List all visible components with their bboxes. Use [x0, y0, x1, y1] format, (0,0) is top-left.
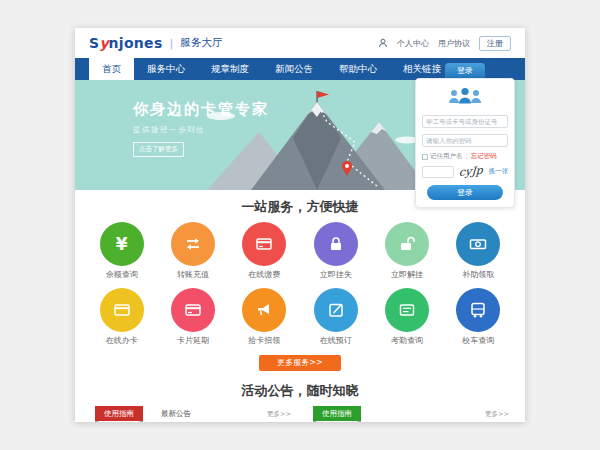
- announcements-section: 活动公告，随时知晓 使用指南 最新公告 更多>> 使用指南 更多>>: [75, 382, 525, 422]
- site-page: S y njones | 服务大厅 个人中心 用户协议 注册 首页 服务中心 规…: [75, 28, 525, 422]
- service-circle[interactable]: [314, 222, 358, 266]
- yen-icon: ¥: [116, 234, 128, 254]
- service-circle[interactable]: [456, 288, 500, 332]
- hero-title: 你身边的卡管专家: [133, 100, 269, 119]
- hero-text: 你身边的卡管专家 提供捷径一步到位 点击了解更多: [133, 100, 269, 157]
- latest-news-tab[interactable]: 最新公告: [161, 409, 191, 419]
- service-item-online-payment[interactable]: 在线缴费: [229, 222, 300, 280]
- service-circle[interactable]: [385, 222, 429, 266]
- header-right: 个人中心 用户协议 注册: [378, 36, 511, 51]
- service-label: 余额查询: [86, 269, 157, 280]
- service-circle[interactable]: [456, 222, 500, 266]
- attendance-icon: [397, 300, 417, 320]
- nav-item-news[interactable]: 新闻公告: [262, 58, 326, 80]
- personal-center-link[interactable]: 个人中心: [397, 38, 429, 49]
- nav-item-help-center[interactable]: 帮助中心: [326, 58, 390, 80]
- service-circle[interactable]: [242, 288, 286, 332]
- service-label: 拾卡招领: [229, 335, 300, 346]
- unlock-icon: [397, 234, 417, 254]
- guide-panel-right: 使用指南 更多>>: [307, 406, 511, 422]
- logo[interactable]: S y njones: [89, 35, 163, 51]
- service-circle[interactable]: ¥: [100, 222, 144, 266]
- username-input[interactable]: [422, 115, 508, 128]
- logo-text: S: [89, 35, 99, 51]
- register-button[interactable]: 注册: [479, 36, 511, 51]
- users-icon: [443, 86, 487, 106]
- edit-icon: [326, 300, 346, 320]
- hero-banner: 你身边的卡管专家 提供捷径一步到位 点击了解更多 登录: [75, 80, 525, 190]
- login-tab[interactable]: 登录: [445, 63, 485, 78]
- user-agreement-link[interactable]: 用户协议: [438, 38, 470, 49]
- card-icon: [183, 300, 203, 320]
- login-panel: 登录 记住用户名 | 忘记密码: [415, 63, 515, 208]
- services-section: 一站服务，方便快捷 ¥ 余额查询 转账充值: [75, 190, 525, 371]
- guide-tab-ribbon-green[interactable]: 使用指南: [313, 406, 361, 421]
- service-item-apply-card[interactable]: 在线办卡: [86, 288, 157, 346]
- login-form: 记住用户名 | 忘记密码 cyJp 换一张 登录: [415, 78, 515, 208]
- service-item-found-cards[interactable]: 拾卡招领: [229, 288, 300, 346]
- service-circle[interactable]: [385, 288, 429, 332]
- service-circle[interactable]: [242, 222, 286, 266]
- captcha-refresh-link[interactable]: 换一张: [489, 167, 509, 176]
- service-item-online-booking[interactable]: 在线预订: [300, 288, 371, 346]
- captcha-input[interactable]: [422, 166, 454, 178]
- service-item-report-loss[interactable]: 立即挂失: [300, 222, 371, 280]
- service-item-balance[interactable]: ¥ 余额查询: [86, 222, 157, 280]
- remember-checkbox[interactable]: [422, 154, 428, 160]
- service-label: 在线缴费: [229, 269, 300, 280]
- service-item-card-extension[interactable]: 卡片延期: [157, 288, 228, 346]
- login-submit-button[interactable]: 登录: [427, 185, 503, 200]
- banknote-icon: [468, 234, 488, 254]
- guide-more-link[interactable]: 更多>>: [267, 410, 291, 419]
- announcements-title: 活动公告，随时知晓: [75, 382, 525, 398]
- nav-item-service-center[interactable]: 服务中心: [134, 58, 198, 80]
- guide-panel: 使用指南 最新公告 更多>>: [89, 406, 293, 422]
- services-grid: ¥ 余额查询 转账充值: [86, 222, 514, 346]
- service-circle[interactable]: [314, 288, 358, 332]
- service-circle[interactable]: [171, 222, 215, 266]
- service-label: 考勤查询: [371, 335, 442, 346]
- bus-icon: [468, 300, 488, 320]
- nav-item-rules[interactable]: 规章制度: [198, 58, 262, 80]
- card-icon: [112, 300, 132, 320]
- guide-tab-ribbon[interactable]: 使用指南: [95, 406, 143, 421]
- service-item-attendance[interactable]: 考勤查询: [371, 288, 442, 346]
- service-label: 在线办卡: [86, 335, 157, 346]
- service-item-unlock[interactable]: 立即解挂: [371, 222, 442, 280]
- service-label: 在线预订: [300, 335, 371, 346]
- hero-cta-button[interactable]: 点击了解更多: [133, 142, 184, 157]
- logo-divider: |: [170, 37, 174, 50]
- captcha-row: cyJp 换一张: [422, 165, 508, 178]
- service-item-transfer[interactable]: 转账充值: [157, 222, 228, 280]
- nav-item-home[interactable]: 首页: [89, 58, 134, 80]
- transfer-icon: [183, 234, 203, 254]
- service-item-subsidy[interactable]: 补助领取: [443, 222, 514, 280]
- more-services-button[interactable]: 更多服务>>: [259, 355, 341, 371]
- service-label: 立即挂失: [300, 269, 371, 280]
- lock-icon: [326, 234, 346, 254]
- hero-subtitle: 提供捷径一步到位: [133, 125, 269, 135]
- captcha-image[interactable]: cyJp: [459, 164, 483, 179]
- logo-accent: y: [99, 35, 108, 51]
- service-label: 转账充值: [157, 269, 228, 280]
- service-circle[interactable]: [100, 288, 144, 332]
- service-label: 校车查询: [443, 335, 514, 346]
- service-label: 卡片延期: [157, 335, 228, 346]
- remember-label: 记住用户名: [430, 152, 463, 161]
- logo-text-rest: njones: [109, 35, 163, 51]
- service-circle[interactable]: [171, 288, 215, 332]
- site-name: 服务大厅: [180, 36, 222, 50]
- remember-row: 记住用户名 | 忘记密码: [422, 152, 508, 161]
- megaphone-icon: [254, 300, 274, 320]
- password-input[interactable]: [422, 134, 508, 147]
- guide-right-more-link[interactable]: 更多>>: [485, 410, 509, 419]
- service-label: 立即解挂: [371, 269, 442, 280]
- bank-card-icon: [254, 234, 274, 254]
- top-header: S y njones | 服务大厅 个人中心 用户协议 注册: [75, 28, 525, 58]
- person-icon: [378, 38, 388, 48]
- announcement-panels: 使用指南 最新公告 更多>> 使用指南 更多>>: [89, 406, 511, 422]
- service-item-school-bus[interactable]: 校车查询: [443, 288, 514, 346]
- forgot-password-link[interactable]: 忘记密码: [471, 152, 497, 161]
- remember-separator: |: [466, 153, 468, 161]
- service-label: 补助领取: [443, 269, 514, 280]
